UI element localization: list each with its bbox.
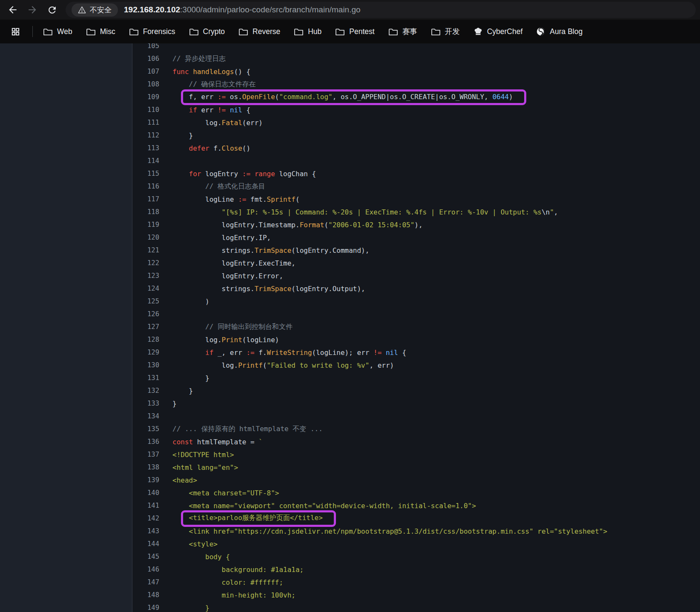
- line-number[interactable]: 136: [133, 438, 159, 446]
- code-line: 123 logEntry.Error,: [133, 269, 700, 282]
- line-number[interactable]: 146: [133, 566, 159, 573]
- folder-icon: [294, 27, 304, 36]
- code-text: min-height: 100vh;: [172, 591, 295, 599]
- security-chip[interactable]: 不安全: [72, 3, 118, 17]
- line-number[interactable]: 139: [133, 476, 159, 484]
- line-number[interactable]: 108: [133, 80, 159, 88]
- folder-icon: [388, 27, 398, 36]
- code-viewer[interactable]: 105106// 异步处理日志107func handleLogs() {108…: [133, 43, 700, 612]
- line-number[interactable]: 133: [133, 400, 159, 407]
- code-lines: 105106// 异步处理日志107func handleLogs() {108…: [133, 43, 700, 612]
- folder-icon: [431, 27, 441, 36]
- forward-button[interactable]: [24, 1, 41, 18]
- bookmark-item[interactable]: Misc: [86, 27, 115, 36]
- code-text: logEntry.Timestamp.Format("2006-01-02 15…: [172, 221, 423, 229]
- bookmark-label: Crypto: [203, 27, 225, 36]
- back-button[interactable]: [4, 1, 21, 18]
- line-number[interactable]: 131: [133, 374, 159, 382]
- line-number[interactable]: 110: [133, 106, 159, 114]
- line-number[interactable]: 113: [133, 144, 159, 152]
- code-line: 130 log.Printf("Failed to write log: %v"…: [133, 359, 700, 372]
- line-number[interactable]: 117: [133, 195, 159, 203]
- line-number[interactable]: 105: [133, 43, 159, 50]
- line-number[interactable]: 114: [133, 157, 159, 165]
- security-chip-label: 不安全: [90, 5, 112, 15]
- bookmark-item[interactable]: Crypto: [189, 27, 225, 36]
- line-number[interactable]: 134: [133, 412, 159, 420]
- line-number[interactable]: 112: [133, 132, 159, 139]
- code-text: func handleLogs() {: [172, 68, 250, 76]
- line-number[interactable]: 118: [133, 208, 159, 216]
- bookmark-label: 赛事: [402, 26, 417, 37]
- bookmark-item[interactable]: Aura Blog: [536, 27, 582, 36]
- code-text: <meta name="viewport" content="width=dev…: [172, 502, 476, 510]
- line-number[interactable]: 135: [133, 425, 159, 433]
- code-text: strings.TrimSpace(logEntry.Command),: [172, 246, 369, 255]
- line-number[interactable]: 107: [133, 68, 159, 75]
- code-line: 137<!DOCTYPE html>: [133, 448, 700, 461]
- line-number[interactable]: 132: [133, 387, 159, 395]
- bookmark-item[interactable]: Web: [43, 27, 72, 36]
- line-number[interactable]: 126: [133, 310, 159, 318]
- line-number[interactable]: 141: [133, 502, 159, 509]
- line-number[interactable]: 128: [133, 336, 159, 343]
- code-line: 136const htmlTemplate = `: [133, 435, 700, 448]
- line-number[interactable]: 149: [133, 604, 159, 612]
- line-number[interactable]: 127: [133, 323, 159, 331]
- bookmark-item[interactable]: CyberChef: [473, 27, 523, 36]
- line-number[interactable]: 116: [133, 183, 159, 190]
- code-line: 135// ... 保持原有的 htmlTemplate 不变 ...: [133, 423, 700, 435]
- line-number[interactable]: 138: [133, 463, 159, 471]
- bookmark-item[interactable]: Reverse: [238, 27, 280, 36]
- url-text: 192.168.20.102:3000/admin/parloo-code/sr…: [124, 5, 361, 14]
- line-number[interactable]: 130: [133, 361, 159, 369]
- line-number[interactable]: 137: [133, 451, 159, 458]
- folder-icon: [189, 27, 199, 36]
- code-line: 105: [133, 43, 700, 52]
- line-number[interactable]: 109: [133, 93, 159, 101]
- line-number[interactable]: 123: [133, 272, 159, 280]
- url-host: 192.168.20.102: [124, 5, 180, 14]
- line-number[interactable]: 121: [133, 246, 159, 254]
- bookmarks-bar: WebMiscForensicsCryptoReverseHubPentest赛…: [0, 20, 700, 43]
- file-tree-panel: [0, 43, 132, 612]
- line-number[interactable]: 147: [133, 578, 159, 586]
- code-text: <link href="https://cdn.jsdelivr.net/npm…: [172, 527, 607, 535]
- line-number[interactable]: 111: [133, 119, 159, 126]
- apps-grid-button[interactable]: [8, 24, 23, 39]
- bookmark-item[interactable]: Pentest: [335, 27, 374, 36]
- line-number[interactable]: 122: [133, 259, 159, 267]
- code-line: 124 strings.TrimSpace(logEntry.Output),: [133, 282, 700, 295]
- code-text: f, err := os.OpenFile("command.log", os.…: [172, 89, 526, 105]
- reload-button[interactable]: [43, 1, 60, 18]
- line-number[interactable]: 142: [133, 515, 159, 522]
- line-number[interactable]: 145: [133, 553, 159, 561]
- code-line: 128 log.Print(logLine): [133, 333, 700, 346]
- bookmark-item[interactable]: Forensics: [129, 27, 175, 36]
- code-text: <head>: [172, 476, 197, 484]
- line-number[interactable]: 129: [133, 349, 159, 356]
- bookmark-item[interactable]: Hub: [294, 27, 321, 36]
- line-number[interactable]: 119: [133, 221, 159, 229]
- line-number[interactable]: 120: [133, 234, 159, 241]
- bookmark-item[interactable]: 开发: [431, 26, 460, 37]
- address-bar[interactable]: 不安全 192.168.20.102:3000/admin/parloo-cod…: [66, 2, 696, 18]
- line-number[interactable]: 143: [133, 527, 159, 535]
- line-number[interactable]: 140: [133, 489, 159, 497]
- bookmark-label: 开发: [445, 26, 460, 37]
- line-number[interactable]: 115: [133, 170, 159, 177]
- line-number[interactable]: 148: [133, 591, 159, 599]
- line-number[interactable]: 144: [133, 540, 159, 548]
- line-number[interactable]: 125: [133, 297, 159, 305]
- back-arrow-icon: [7, 4, 18, 15]
- code-line: 138<html lang="en">: [133, 461, 700, 474]
- forward-arrow-icon: [27, 4, 38, 15]
- line-number[interactable]: 106: [133, 55, 159, 63]
- code-line: 115 for logEntry := range logChan {: [133, 167, 700, 180]
- bookmark-item[interactable]: 赛事: [388, 26, 417, 37]
- line-number[interactable]: 124: [133, 285, 159, 292]
- code-line: 131 }: [133, 372, 700, 384]
- code-line: 112 }: [133, 129, 700, 142]
- code-line: 126: [133, 308, 700, 320]
- code-line: 114: [133, 154, 700, 167]
